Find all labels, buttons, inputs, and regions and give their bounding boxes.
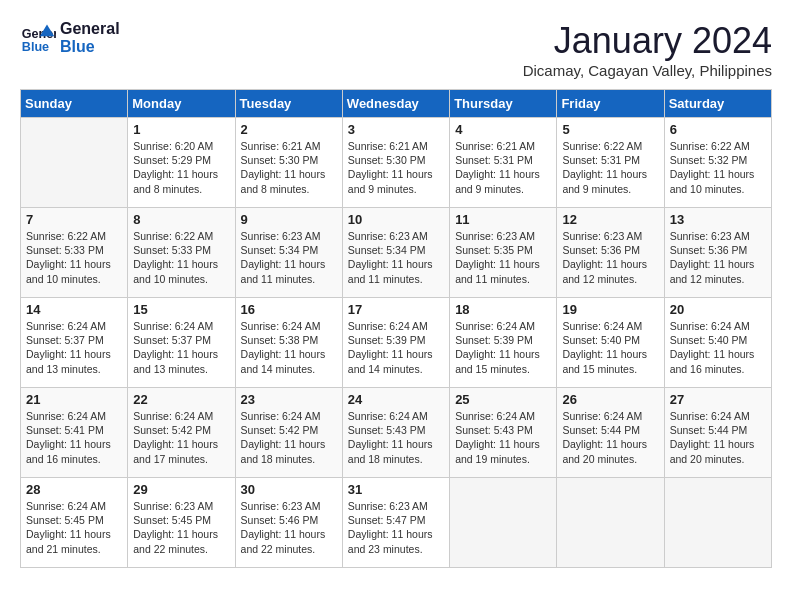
day-number: 13 [670,212,766,227]
calendar-cell: 20Sunrise: 6:24 AM Sunset: 5:40 PM Dayli… [664,298,771,388]
calendar-cell: 1Sunrise: 6:20 AM Sunset: 5:29 PM Daylig… [128,118,235,208]
logo: General Blue General Blue [20,20,120,56]
day-info: Sunrise: 6:22 AM Sunset: 5:33 PM Dayligh… [26,229,122,286]
calendar-cell: 26Sunrise: 6:24 AM Sunset: 5:44 PM Dayli… [557,388,664,478]
day-info: Sunrise: 6:24 AM Sunset: 5:45 PM Dayligh… [26,499,122,556]
calendar-cell: 24Sunrise: 6:24 AM Sunset: 5:43 PM Dayli… [342,388,449,478]
calendar-cell: 17Sunrise: 6:24 AM Sunset: 5:39 PM Dayli… [342,298,449,388]
day-number: 18 [455,302,551,317]
day-number: 31 [348,482,444,497]
day-number: 8 [133,212,229,227]
day-number: 25 [455,392,551,407]
logo-blue: Blue [60,38,120,56]
calendar-cell: 19Sunrise: 6:24 AM Sunset: 5:40 PM Dayli… [557,298,664,388]
svg-text:Blue: Blue [22,40,49,54]
calendar-cell: 13Sunrise: 6:23 AM Sunset: 5:36 PM Dayli… [664,208,771,298]
week-row-3: 14Sunrise: 6:24 AM Sunset: 5:37 PM Dayli… [21,298,772,388]
day-number: 14 [26,302,122,317]
logo-general: General [60,20,120,38]
day-info: Sunrise: 6:23 AM Sunset: 5:35 PM Dayligh… [455,229,551,286]
calendar-cell: 21Sunrise: 6:24 AM Sunset: 5:41 PM Dayli… [21,388,128,478]
day-number: 22 [133,392,229,407]
day-number: 30 [241,482,337,497]
col-header-wednesday: Wednesday [342,90,449,118]
calendar-cell: 27Sunrise: 6:24 AM Sunset: 5:44 PM Dayli… [664,388,771,478]
col-header-monday: Monday [128,90,235,118]
day-info: Sunrise: 6:24 AM Sunset: 5:37 PM Dayligh… [26,319,122,376]
day-number: 19 [562,302,658,317]
day-info: Sunrise: 6:22 AM Sunset: 5:33 PM Dayligh… [133,229,229,286]
title-section: January 2024 Dicamay, Cagayan Valley, Ph… [523,20,772,79]
day-info: Sunrise: 6:23 AM Sunset: 5:34 PM Dayligh… [241,229,337,286]
month-title: January 2024 [523,20,772,62]
col-header-friday: Friday [557,90,664,118]
col-header-thursday: Thursday [450,90,557,118]
day-info: Sunrise: 6:23 AM Sunset: 5:36 PM Dayligh… [562,229,658,286]
calendar-cell: 25Sunrise: 6:24 AM Sunset: 5:43 PM Dayli… [450,388,557,478]
day-number: 28 [26,482,122,497]
calendar-cell: 2Sunrise: 6:21 AM Sunset: 5:30 PM Daylig… [235,118,342,208]
day-info: Sunrise: 6:24 AM Sunset: 5:41 PM Dayligh… [26,409,122,466]
day-info: Sunrise: 6:24 AM Sunset: 5:44 PM Dayligh… [562,409,658,466]
calendar-cell: 22Sunrise: 6:24 AM Sunset: 5:42 PM Dayli… [128,388,235,478]
day-info: Sunrise: 6:24 AM Sunset: 5:42 PM Dayligh… [133,409,229,466]
calendar-cell: 11Sunrise: 6:23 AM Sunset: 5:35 PM Dayli… [450,208,557,298]
calendar-cell: 10Sunrise: 6:23 AM Sunset: 5:34 PM Dayli… [342,208,449,298]
calendar-cell: 9Sunrise: 6:23 AM Sunset: 5:34 PM Daylig… [235,208,342,298]
day-info: Sunrise: 6:21 AM Sunset: 5:31 PM Dayligh… [455,139,551,196]
day-number: 11 [455,212,551,227]
day-info: Sunrise: 6:24 AM Sunset: 5:40 PM Dayligh… [670,319,766,376]
logo-icon: General Blue [20,20,56,56]
calendar-cell: 31Sunrise: 6:23 AM Sunset: 5:47 PM Dayli… [342,478,449,568]
day-info: Sunrise: 6:20 AM Sunset: 5:29 PM Dayligh… [133,139,229,196]
col-header-sunday: Sunday [21,90,128,118]
calendar-table: SundayMondayTuesdayWednesdayThursdayFrid… [20,89,772,568]
week-row-2: 7Sunrise: 6:22 AM Sunset: 5:33 PM Daylig… [21,208,772,298]
day-number: 6 [670,122,766,137]
calendar-cell [557,478,664,568]
calendar-cell: 3Sunrise: 6:21 AM Sunset: 5:30 PM Daylig… [342,118,449,208]
calendar-cell: 12Sunrise: 6:23 AM Sunset: 5:36 PM Dayli… [557,208,664,298]
day-number: 26 [562,392,658,407]
day-info: Sunrise: 6:24 AM Sunset: 5:40 PM Dayligh… [562,319,658,376]
calendar-cell [664,478,771,568]
day-number: 29 [133,482,229,497]
day-number: 3 [348,122,444,137]
day-info: Sunrise: 6:22 AM Sunset: 5:31 PM Dayligh… [562,139,658,196]
day-number: 27 [670,392,766,407]
day-number: 4 [455,122,551,137]
calendar-cell [21,118,128,208]
day-info: Sunrise: 6:24 AM Sunset: 5:43 PM Dayligh… [348,409,444,466]
day-number: 2 [241,122,337,137]
calendar-cell: 4Sunrise: 6:21 AM Sunset: 5:31 PM Daylig… [450,118,557,208]
calendar-cell: 23Sunrise: 6:24 AM Sunset: 5:42 PM Dayli… [235,388,342,478]
day-info: Sunrise: 6:21 AM Sunset: 5:30 PM Dayligh… [348,139,444,196]
calendar-cell: 18Sunrise: 6:24 AM Sunset: 5:39 PM Dayli… [450,298,557,388]
day-info: Sunrise: 6:23 AM Sunset: 5:45 PM Dayligh… [133,499,229,556]
calendar-body: 1Sunrise: 6:20 AM Sunset: 5:29 PM Daylig… [21,118,772,568]
col-header-saturday: Saturday [664,90,771,118]
day-number: 24 [348,392,444,407]
calendar-header-row: SundayMondayTuesdayWednesdayThursdayFrid… [21,90,772,118]
day-info: Sunrise: 6:24 AM Sunset: 5:38 PM Dayligh… [241,319,337,376]
calendar-cell: 7Sunrise: 6:22 AM Sunset: 5:33 PM Daylig… [21,208,128,298]
day-info: Sunrise: 6:24 AM Sunset: 5:42 PM Dayligh… [241,409,337,466]
day-info: Sunrise: 6:24 AM Sunset: 5:44 PM Dayligh… [670,409,766,466]
calendar-cell: 14Sunrise: 6:24 AM Sunset: 5:37 PM Dayli… [21,298,128,388]
day-info: Sunrise: 6:24 AM Sunset: 5:39 PM Dayligh… [348,319,444,376]
calendar-cell: 8Sunrise: 6:22 AM Sunset: 5:33 PM Daylig… [128,208,235,298]
calendar-cell: 15Sunrise: 6:24 AM Sunset: 5:37 PM Dayli… [128,298,235,388]
day-info: Sunrise: 6:24 AM Sunset: 5:43 PM Dayligh… [455,409,551,466]
calendar-cell [450,478,557,568]
day-info: Sunrise: 6:23 AM Sunset: 5:34 PM Dayligh… [348,229,444,286]
calendar-cell: 6Sunrise: 6:22 AM Sunset: 5:32 PM Daylig… [664,118,771,208]
day-number: 21 [26,392,122,407]
page-header: General Blue General Blue January 2024 D… [20,20,772,79]
calendar-cell: 30Sunrise: 6:23 AM Sunset: 5:46 PM Dayli… [235,478,342,568]
day-info: Sunrise: 6:23 AM Sunset: 5:46 PM Dayligh… [241,499,337,556]
day-info: Sunrise: 6:23 AM Sunset: 5:36 PM Dayligh… [670,229,766,286]
col-header-tuesday: Tuesday [235,90,342,118]
day-number: 15 [133,302,229,317]
day-number: 5 [562,122,658,137]
calendar-cell: 16Sunrise: 6:24 AM Sunset: 5:38 PM Dayli… [235,298,342,388]
